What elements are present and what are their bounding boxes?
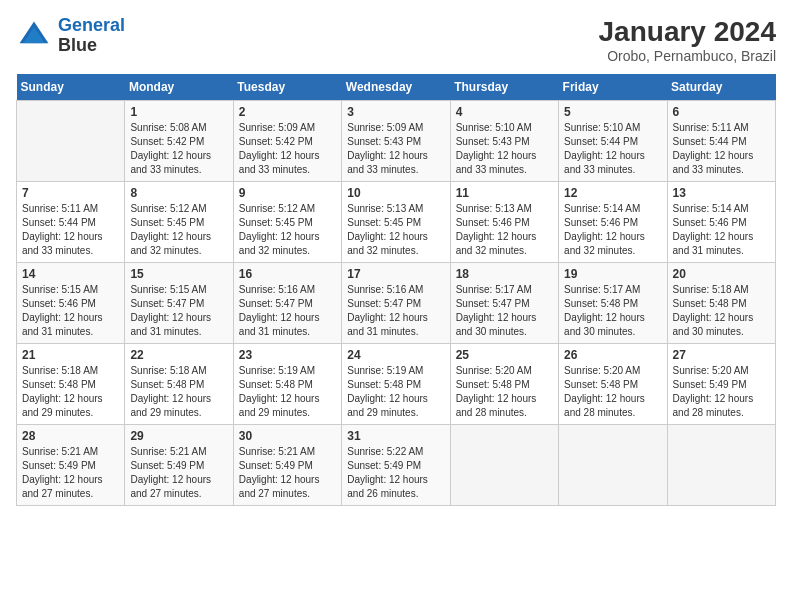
calendar-cell: 27Sunrise: 5:20 AMSunset: 5:49 PMDayligh…: [667, 344, 775, 425]
calendar-cell: 16Sunrise: 5:16 AMSunset: 5:47 PMDayligh…: [233, 263, 341, 344]
weekday-header-tuesday: Tuesday: [233, 74, 341, 101]
day-number: 23: [239, 348, 336, 362]
calendar-cell: 13Sunrise: 5:14 AMSunset: 5:46 PMDayligh…: [667, 182, 775, 263]
weekday-header-saturday: Saturday: [667, 74, 775, 101]
calendar-cell: 18Sunrise: 5:17 AMSunset: 5:47 PMDayligh…: [450, 263, 558, 344]
calendar-cell: 15Sunrise: 5:15 AMSunset: 5:47 PMDayligh…: [125, 263, 233, 344]
day-number: 31: [347, 429, 444, 443]
day-number: 24: [347, 348, 444, 362]
calendar-week-3: 14Sunrise: 5:15 AMSunset: 5:46 PMDayligh…: [17, 263, 776, 344]
day-info: Sunrise: 5:22 AMSunset: 5:49 PMDaylight:…: [347, 445, 444, 501]
weekday-header-friday: Friday: [559, 74, 667, 101]
day-info: Sunrise: 5:20 AMSunset: 5:49 PMDaylight:…: [673, 364, 770, 420]
day-number: 15: [130, 267, 227, 281]
day-info: Sunrise: 5:19 AMSunset: 5:48 PMDaylight:…: [239, 364, 336, 420]
weekday-header-sunday: Sunday: [17, 74, 125, 101]
day-info: Sunrise: 5:18 AMSunset: 5:48 PMDaylight:…: [22, 364, 119, 420]
day-info: Sunrise: 5:15 AMSunset: 5:47 PMDaylight:…: [130, 283, 227, 339]
logo: GeneralBlue: [16, 16, 125, 56]
day-number: 28: [22, 429, 119, 443]
day-info: Sunrise: 5:08 AMSunset: 5:42 PMDaylight:…: [130, 121, 227, 177]
day-info: Sunrise: 5:20 AMSunset: 5:48 PMDaylight:…: [456, 364, 553, 420]
day-info: Sunrise: 5:14 AMSunset: 5:46 PMDaylight:…: [673, 202, 770, 258]
day-number: 11: [456, 186, 553, 200]
calendar-cell: 8Sunrise: 5:12 AMSunset: 5:45 PMDaylight…: [125, 182, 233, 263]
calendar-cell: 1Sunrise: 5:08 AMSunset: 5:42 PMDaylight…: [125, 101, 233, 182]
day-info: Sunrise: 5:21 AMSunset: 5:49 PMDaylight:…: [22, 445, 119, 501]
calendar-cell: 23Sunrise: 5:19 AMSunset: 5:48 PMDayligh…: [233, 344, 341, 425]
day-number: 6: [673, 105, 770, 119]
day-info: Sunrise: 5:09 AMSunset: 5:42 PMDaylight:…: [239, 121, 336, 177]
calendar-cell: 12Sunrise: 5:14 AMSunset: 5:46 PMDayligh…: [559, 182, 667, 263]
calendar-week-1: 1Sunrise: 5:08 AMSunset: 5:42 PMDaylight…: [17, 101, 776, 182]
day-info: Sunrise: 5:11 AMSunset: 5:44 PMDaylight:…: [673, 121, 770, 177]
calendar-cell: 29Sunrise: 5:21 AMSunset: 5:49 PMDayligh…: [125, 425, 233, 506]
day-number: 9: [239, 186, 336, 200]
calendar-cell: 31Sunrise: 5:22 AMSunset: 5:49 PMDayligh…: [342, 425, 450, 506]
day-info: Sunrise: 5:11 AMSunset: 5:44 PMDaylight:…: [22, 202, 119, 258]
calendar-table: SundayMondayTuesdayWednesdayThursdayFrid…: [16, 74, 776, 506]
logo-text: GeneralBlue: [58, 16, 125, 56]
calendar-week-5: 28Sunrise: 5:21 AMSunset: 5:49 PMDayligh…: [17, 425, 776, 506]
day-number: 22: [130, 348, 227, 362]
day-info: Sunrise: 5:16 AMSunset: 5:47 PMDaylight:…: [239, 283, 336, 339]
page-header: GeneralBlue January 2024 Orobo, Pernambu…: [16, 16, 776, 64]
day-number: 25: [456, 348, 553, 362]
day-info: Sunrise: 5:18 AMSunset: 5:48 PMDaylight:…: [673, 283, 770, 339]
day-number: 10: [347, 186, 444, 200]
day-info: Sunrise: 5:10 AMSunset: 5:43 PMDaylight:…: [456, 121, 553, 177]
day-info: Sunrise: 5:14 AMSunset: 5:46 PMDaylight:…: [564, 202, 661, 258]
day-info: Sunrise: 5:17 AMSunset: 5:48 PMDaylight:…: [564, 283, 661, 339]
calendar-cell: 17Sunrise: 5:16 AMSunset: 5:47 PMDayligh…: [342, 263, 450, 344]
month-title: January 2024: [599, 16, 776, 48]
calendar-cell: 7Sunrise: 5:11 AMSunset: 5:44 PMDaylight…: [17, 182, 125, 263]
calendar-cell: 22Sunrise: 5:18 AMSunset: 5:48 PMDayligh…: [125, 344, 233, 425]
day-number: 29: [130, 429, 227, 443]
calendar-cell: [450, 425, 558, 506]
calendar-cell: 28Sunrise: 5:21 AMSunset: 5:49 PMDayligh…: [17, 425, 125, 506]
day-info: Sunrise: 5:09 AMSunset: 5:43 PMDaylight:…: [347, 121, 444, 177]
day-number: 19: [564, 267, 661, 281]
calendar-week-4: 21Sunrise: 5:18 AMSunset: 5:48 PMDayligh…: [17, 344, 776, 425]
calendar-cell: [17, 101, 125, 182]
day-info: Sunrise: 5:21 AMSunset: 5:49 PMDaylight:…: [130, 445, 227, 501]
day-info: Sunrise: 5:18 AMSunset: 5:48 PMDaylight:…: [130, 364, 227, 420]
day-number: 5: [564, 105, 661, 119]
day-number: 27: [673, 348, 770, 362]
calendar-cell: [559, 425, 667, 506]
title-block: January 2024 Orobo, Pernambuco, Brazil: [599, 16, 776, 64]
day-number: 13: [673, 186, 770, 200]
day-info: Sunrise: 5:13 AMSunset: 5:45 PMDaylight:…: [347, 202, 444, 258]
day-number: 8: [130, 186, 227, 200]
calendar-cell: 30Sunrise: 5:21 AMSunset: 5:49 PMDayligh…: [233, 425, 341, 506]
weekday-header-thursday: Thursday: [450, 74, 558, 101]
day-number: 7: [22, 186, 119, 200]
calendar-cell: 21Sunrise: 5:18 AMSunset: 5:48 PMDayligh…: [17, 344, 125, 425]
day-number: 17: [347, 267, 444, 281]
calendar-cell: [667, 425, 775, 506]
day-number: 20: [673, 267, 770, 281]
calendar-cell: 19Sunrise: 5:17 AMSunset: 5:48 PMDayligh…: [559, 263, 667, 344]
day-info: Sunrise: 5:10 AMSunset: 5:44 PMDaylight:…: [564, 121, 661, 177]
day-number: 3: [347, 105, 444, 119]
calendar-cell: 9Sunrise: 5:12 AMSunset: 5:45 PMDaylight…: [233, 182, 341, 263]
day-info: Sunrise: 5:13 AMSunset: 5:46 PMDaylight:…: [456, 202, 553, 258]
day-info: Sunrise: 5:20 AMSunset: 5:48 PMDaylight:…: [564, 364, 661, 420]
day-number: 14: [22, 267, 119, 281]
day-info: Sunrise: 5:21 AMSunset: 5:49 PMDaylight:…: [239, 445, 336, 501]
day-number: 18: [456, 267, 553, 281]
calendar-cell: 5Sunrise: 5:10 AMSunset: 5:44 PMDaylight…: [559, 101, 667, 182]
day-number: 12: [564, 186, 661, 200]
calendar-cell: 20Sunrise: 5:18 AMSunset: 5:48 PMDayligh…: [667, 263, 775, 344]
calendar-cell: 11Sunrise: 5:13 AMSunset: 5:46 PMDayligh…: [450, 182, 558, 263]
calendar-cell: 26Sunrise: 5:20 AMSunset: 5:48 PMDayligh…: [559, 344, 667, 425]
day-info: Sunrise: 5:12 AMSunset: 5:45 PMDaylight:…: [130, 202, 227, 258]
calendar-week-2: 7Sunrise: 5:11 AMSunset: 5:44 PMDaylight…: [17, 182, 776, 263]
calendar-cell: 4Sunrise: 5:10 AMSunset: 5:43 PMDaylight…: [450, 101, 558, 182]
day-number: 4: [456, 105, 553, 119]
weekday-header-row: SundayMondayTuesdayWednesdayThursdayFrid…: [17, 74, 776, 101]
day-info: Sunrise: 5:12 AMSunset: 5:45 PMDaylight:…: [239, 202, 336, 258]
logo-icon: [16, 18, 52, 54]
calendar-cell: 25Sunrise: 5:20 AMSunset: 5:48 PMDayligh…: [450, 344, 558, 425]
calendar-cell: 2Sunrise: 5:09 AMSunset: 5:42 PMDaylight…: [233, 101, 341, 182]
